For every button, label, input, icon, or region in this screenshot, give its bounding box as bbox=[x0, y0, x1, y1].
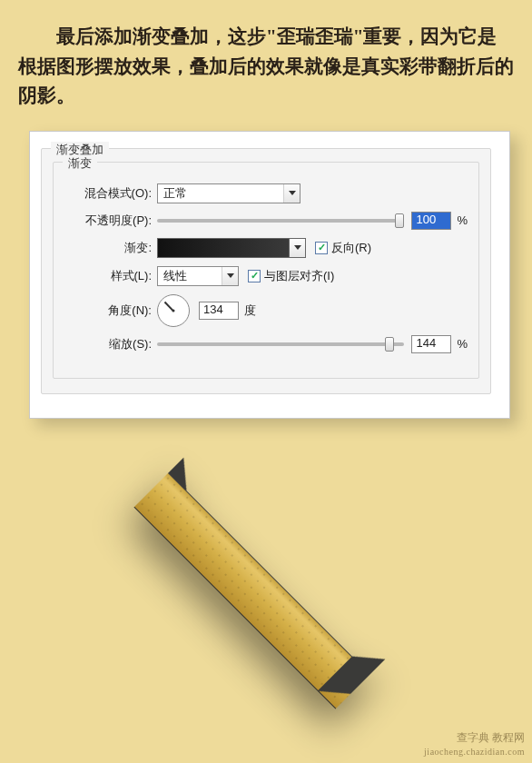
style-row: 样式(L): 线性 ✓ 与图层对齐(I) bbox=[64, 266, 468, 286]
gradient-swatch-preview[interactable] bbox=[157, 238, 290, 258]
opacity-label: 不透明度(P): bbox=[64, 213, 157, 229]
scale-label: 缩放(S): bbox=[64, 336, 157, 352]
scale-unit: % bbox=[451, 337, 468, 351]
intro-paragraph: 最后添加渐变叠加，这步"歪瑞歪瑞"重要，因为它是根据图形摆放效果，叠加后的效果就… bbox=[0, 0, 532, 127]
gradient-picker[interactable] bbox=[157, 238, 306, 258]
angle-input[interactable]: 134 bbox=[199, 302, 239, 320]
style-select[interactable]: 线性 bbox=[157, 266, 239, 286]
inner-legend: 渐变 bbox=[63, 155, 97, 172]
outer-fieldset: 渐变叠加 渐变 混合模式(O): 正常 不透明度(P): 100 % 渐变: bbox=[41, 148, 491, 394]
angle-dial-center bbox=[172, 309, 175, 312]
angle-dial[interactable] bbox=[157, 294, 190, 327]
gradient-overlay-panel: 渐变叠加 渐变 混合模式(O): 正常 不透明度(P): 100 % 渐变: bbox=[29, 131, 510, 419]
align-label: 与图层对齐(I) bbox=[264, 268, 334, 284]
reverse-label: 反向(R) bbox=[331, 240, 371, 256]
opacity-slider[interactable] bbox=[157, 219, 404, 223]
angle-row: 角度(N): 134 度 bbox=[64, 294, 468, 327]
watermark: 查字典 教程网 jiaocheng.chazidian.com bbox=[424, 731, 525, 758]
inner-fieldset: 渐变 混合模式(O): 正常 不透明度(P): 100 % 渐变: bbox=[53, 162, 479, 379]
scale-slider[interactable] bbox=[157, 342, 404, 346]
ribbon-preview bbox=[107, 452, 379, 743]
opacity-slider-thumb[interactable] bbox=[395, 213, 404, 228]
reverse-checkbox[interactable]: ✓ bbox=[315, 242, 328, 254]
align-checkbox-wrap[interactable]: ✓ 与图层对齐(I) bbox=[248, 268, 334, 284]
style-label: 样式(L): bbox=[64, 268, 157, 284]
gradient-label: 渐变: bbox=[64, 240, 157, 256]
blend-mode-label: 混合模式(O): bbox=[64, 185, 157, 202]
angle-unit: 度 bbox=[239, 302, 256, 319]
blend-mode-select[interactable]: 正常 bbox=[157, 183, 300, 203]
blend-mode-row: 混合模式(O): 正常 bbox=[64, 183, 468, 203]
scale-slider-thumb[interactable] bbox=[385, 337, 394, 352]
angle-label: 角度(N): bbox=[64, 302, 157, 319]
scale-row: 缩放(S): 144 % bbox=[64, 335, 468, 353]
scale-input[interactable]: 144 bbox=[411, 335, 451, 353]
reverse-checkbox-wrap[interactable]: ✓ 反向(R) bbox=[315, 240, 371, 256]
opacity-unit: % bbox=[451, 213, 468, 227]
style-value: 线性 bbox=[158, 268, 222, 284]
blend-mode-value: 正常 bbox=[158, 185, 283, 202]
chevron-down-icon[interactable] bbox=[283, 184, 300, 203]
opacity-row: 不透明度(P): 100 % bbox=[64, 212, 468, 230]
chevron-down-icon[interactable] bbox=[222, 267, 238, 285]
ribbon-graphic bbox=[111, 447, 396, 732]
watermark-line2: jiaocheng.chazidian.com bbox=[424, 746, 525, 758]
watermark-line1: 查字典 教程网 bbox=[424, 731, 525, 746]
gradient-row: 渐变: ✓ 反向(R) bbox=[64, 238, 468, 258]
align-checkbox[interactable]: ✓ bbox=[248, 270, 261, 282]
opacity-input[interactable]: 100 bbox=[411, 212, 451, 230]
chevron-down-icon[interactable] bbox=[290, 238, 306, 258]
